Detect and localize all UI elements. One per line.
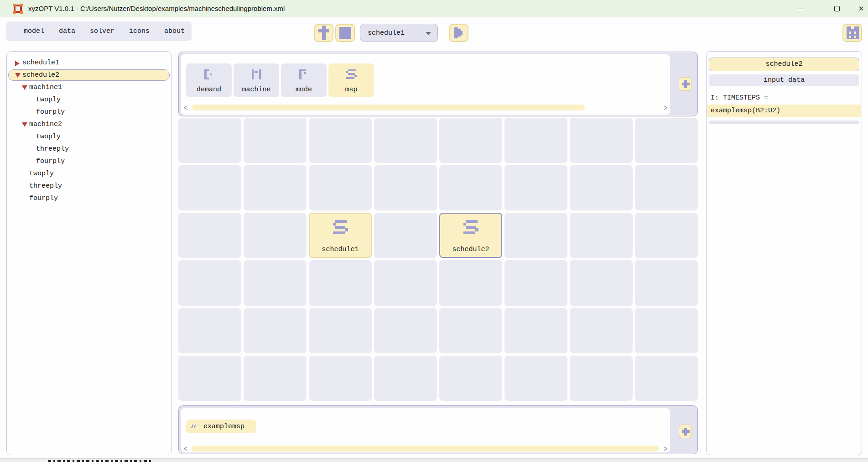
canvas-cell[interactable]: [374, 260, 437, 305]
menu-icons[interactable]: icons: [129, 27, 150, 35]
menu-data[interactable]: data: [59, 27, 75, 35]
tree-item-threeply[interactable]: threeply: [7, 143, 171, 156]
canvas-cell[interactable]: [635, 308, 698, 353]
canvas-cell[interactable]: [309, 308, 372, 353]
canvas-cell[interactable]: [635, 118, 698, 163]
canvas-cell[interactable]: [439, 308, 502, 353]
menu-bar: modeldatasolvericonsabout: [6, 21, 192, 41]
load-button[interactable]: [314, 24, 333, 42]
inspector-title-button[interactable]: schedule2: [709, 58, 859, 71]
canvas-node-label: schedule1: [322, 246, 359, 253]
palette-tile-demand[interactable]: demand: [186, 63, 232, 97]
data-pill-examplemsp[interactable]: examplemsp: [186, 420, 256, 433]
expand-arrow-icon[interactable]: [22, 85, 27, 90]
cropped-taskbar-text: [48, 460, 152, 462]
canvas-cell[interactable]: [309, 260, 372, 305]
scroll-right-icon[interactable]: >: [664, 443, 667, 453]
canvas-cell[interactable]: [178, 308, 241, 353]
canvas-cell[interactable]: [570, 213, 633, 258]
tree-item-fourply[interactable]: fourply: [7, 106, 171, 119]
add-icon-button[interactable]: [679, 77, 692, 91]
canvas-cell[interactable]: [374, 118, 437, 163]
expand-arrow-icon[interactable]: [22, 122, 27, 127]
palette-scrollbar-thumb[interactable]: [192, 105, 585, 110]
canvas-node-schedule2[interactable]: schedule2: [439, 213, 502, 258]
canvas-cell[interactable]: [570, 260, 633, 305]
canvas-cell[interactable]: [635, 356, 698, 401]
canvas-cell[interactable]: [374, 213, 437, 258]
canvas-cell[interactable]: [635, 213, 698, 258]
canvas-cell[interactable]: [504, 118, 567, 163]
canvas-cell[interactable]: [635, 165, 698, 210]
tree-item-label: schedule1: [22, 59, 59, 67]
canvas-cell[interactable]: [309, 356, 372, 401]
canvas-cell[interactable]: [439, 260, 502, 305]
canvas-cell[interactable]: [570, 118, 633, 163]
canvas-cell[interactable]: [504, 213, 567, 258]
scroll-right-icon[interactable]: >: [664, 102, 667, 112]
table-view-button[interactable]: [842, 24, 862, 42]
canvas-cell[interactable]: [374, 356, 437, 401]
canvas-cell[interactable]: [504, 260, 567, 305]
canvas-cell[interactable]: [439, 165, 502, 210]
close-button[interactable]: ✕: [851, 0, 868, 17]
model-select-dropdown[interactable]: schedule1: [360, 24, 438, 42]
canvas-cell[interactable]: [374, 308, 437, 353]
canvas-cell[interactable]: [504, 165, 567, 210]
canvas-cell[interactable]: [374, 165, 437, 210]
collapse-arrow-icon[interactable]: [15, 61, 20, 66]
tree-item-twoply[interactable]: twoply: [7, 94, 171, 106]
run-button[interactable]: [449, 24, 468, 42]
canvas-cell[interactable]: [178, 260, 241, 305]
canvas-cell[interactable]: [244, 213, 307, 258]
tree-item-fourply[interactable]: fourply: [7, 156, 171, 168]
palette-tile-machine[interactable]: machine: [234, 63, 279, 97]
maximize-icon: [834, 6, 840, 11]
tree-item-machine1[interactable]: machine1: [7, 82, 171, 94]
menu-solver[interactable]: solver: [90, 27, 114, 35]
tree-item-threeply[interactable]: threeply: [7, 180, 171, 193]
canvas-cell[interactable]: [178, 213, 241, 258]
canvas-cell[interactable]: [570, 165, 633, 210]
input-data-section-button[interactable]: input data: [709, 74, 859, 86]
canvas-node-schedule1[interactable]: schedule1: [309, 213, 372, 258]
canvas-cell[interactable]: [635, 260, 698, 305]
canvas-cell[interactable]: [178, 165, 241, 210]
tree-item-twoply[interactable]: twoply: [7, 168, 171, 180]
minimize-button[interactable]: [791, 0, 811, 17]
tree-item-fourply[interactable]: fourply: [7, 193, 171, 205]
scroll-left-icon[interactable]: <: [184, 443, 187, 453]
canvas-cell[interactable]: [570, 356, 633, 401]
canvas-cell[interactable]: [309, 118, 372, 163]
tree-item-schedule2[interactable]: schedule2: [7, 69, 171, 82]
tree-item-label: twoply: [29, 170, 54, 178]
data-scrollbar-thumb[interactable]: [192, 446, 659, 452]
scroll-left-icon[interactable]: <: [184, 102, 187, 112]
canvas-cell[interactable]: [504, 308, 567, 353]
timesteps-value-field[interactable]: examplemsp(B2:U2): [707, 105, 861, 117]
stop-button[interactable]: [335, 24, 355, 42]
table-grid-icon: [846, 26, 859, 40]
canvas-cell[interactable]: [244, 118, 307, 163]
canvas-cell[interactable]: [309, 165, 372, 210]
canvas-cell[interactable]: [570, 308, 633, 353]
canvas-cell[interactable]: [244, 308, 307, 353]
canvas-cell[interactable]: [244, 165, 307, 210]
canvas-cell[interactable]: [244, 356, 307, 401]
maximize-button[interactable]: [827, 0, 847, 17]
canvas-cell[interactable]: [178, 356, 241, 401]
tree-item-twoply[interactable]: twoply: [7, 131, 171, 143]
menu-model[interactable]: model: [24, 27, 44, 35]
expand-arrow-icon[interactable]: [15, 73, 21, 78]
menu-about[interactable]: about: [164, 27, 185, 35]
tree-item-machine2[interactable]: machine2: [7, 119, 171, 131]
canvas-cell[interactable]: [178, 118, 241, 163]
tree-item-schedule1[interactable]: schedule1: [7, 57, 171, 69]
palette-tile-mode[interactable]: mode: [281, 63, 327, 97]
palette-tile-msp[interactable]: msp: [328, 63, 374, 97]
canvas-cell[interactable]: [244, 260, 307, 305]
canvas-cell[interactable]: [439, 118, 502, 163]
canvas-cell[interactable]: [504, 356, 567, 401]
add-data-button[interactable]: [679, 425, 692, 438]
canvas-cell[interactable]: [439, 356, 502, 401]
